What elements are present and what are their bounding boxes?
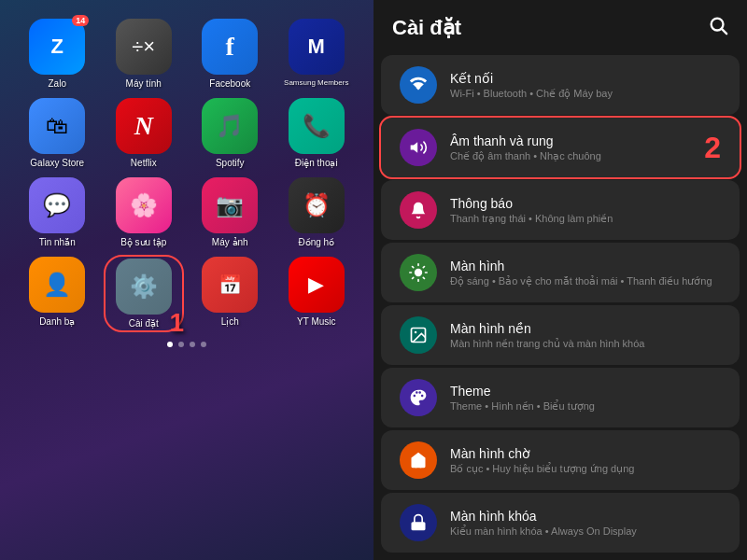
settings-item-connectivity[interactable]: Kết nối Wi-Fi • Bluetooth • Chế độ Máy b… xyxy=(381,55,740,115)
app-phone[interactable]: 📞 Điện thoại xyxy=(278,98,356,168)
notifications-subtitle: Thanh trạng thái • Không làm phiền xyxy=(450,213,721,225)
app-galaxy-store[interactable]: 🛍 Galaxy Store xyxy=(19,98,96,168)
samsung-members-icon: M xyxy=(289,19,345,75)
netflix-label: Netflix xyxy=(131,158,157,168)
sound-icon xyxy=(400,129,437,166)
notifications-text: Thông báo Thanh trạng thái • Không làm p… xyxy=(450,196,721,225)
settings-list: Kết nối Wi-Fi • Bluetooth • Chế độ Máy b… xyxy=(374,49,747,560)
netflix-icon: N xyxy=(116,98,172,154)
svg-point-12 xyxy=(415,331,417,334)
svg-rect-13 xyxy=(412,522,426,530)
zalo-label: Zalo xyxy=(49,78,66,89)
wallpaper-title: Màn hình nền xyxy=(450,321,721,336)
wallpaper-icon xyxy=(400,316,437,354)
sound-title: Âm thanh và rung xyxy=(450,133,684,148)
app-contacts[interactable]: 👤 Danh bạ xyxy=(19,257,96,330)
sound-text: Âm thanh và rung Chế độ âm thanh • Nhạc … xyxy=(450,133,684,162)
samsung-members-label: Samsung Members xyxy=(284,78,348,87)
app-settings[interactable]: ⚙️ Cài đặt 1 xyxy=(106,257,183,330)
camera-icon: 📷 xyxy=(202,177,258,233)
dot-3 xyxy=(190,342,195,347)
messages-icon: 💬 xyxy=(29,177,85,233)
dot-2 xyxy=(178,342,184,347)
settings-item-theme[interactable]: Theme Theme • Hình nền • Biểu tượng xyxy=(381,368,740,427)
app-clock[interactable]: ⏰ Đồng hồ xyxy=(278,177,356,247)
app-zalo[interactable]: Z 14 Zalo xyxy=(19,19,96,89)
lockscreen-icon xyxy=(400,504,437,541)
ytmusic-icon: ▶ xyxy=(289,257,345,313)
homescreen-icon xyxy=(400,441,437,479)
step1-number: 1 xyxy=(169,308,184,338)
app-camera[interactable]: 📷 Máy ảnh xyxy=(191,177,269,247)
ytmusic-label: YT Music xyxy=(297,316,336,327)
settings-item-homescreen[interactable]: Màn hình chờ Bố cục • Huy hiệu biểu tượn… xyxy=(381,430,740,490)
settings-item-wallpaper[interactable]: Màn hình nền Màn hình nền trang chủ và m… xyxy=(381,305,740,365)
svg-line-5 xyxy=(413,267,414,268)
zalo-icon: Z 14 xyxy=(29,19,85,75)
calculator-icon: ÷× xyxy=(116,19,172,75)
galaxy-store-icon: 🛍 xyxy=(29,98,85,154)
camera-label: Máy ảnh xyxy=(212,237,248,247)
svg-line-1 xyxy=(722,29,726,34)
step2-number: 2 xyxy=(704,131,721,165)
clock-label: Đồng hồ xyxy=(298,237,334,247)
svg-line-10 xyxy=(423,267,424,268)
theme-title: Theme xyxy=(450,384,721,399)
app-calculator[interactable]: ÷× Máy tính xyxy=(106,19,183,89)
theme-subtitle: Theme • Hình nền • Biểu tượng xyxy=(450,400,721,413)
connectivity-icon xyxy=(400,66,437,104)
app-calendar[interactable]: 📅 Lịch xyxy=(191,257,269,330)
galaxy-store-label: Galaxy Store xyxy=(30,158,84,168)
lockscreen-text: Màn hình khóa Kiểu màn hình khóa • Alway… xyxy=(450,509,721,538)
display-text: Màn hình Độ sáng • Bảo vệ cho mắt thoải … xyxy=(450,259,721,287)
dot-1 xyxy=(167,342,173,347)
svg-line-6 xyxy=(423,277,424,278)
svg-line-9 xyxy=(413,277,414,278)
page-dots xyxy=(167,342,206,347)
search-button[interactable] xyxy=(708,15,728,40)
spotify-label: Spotify xyxy=(216,158,245,168)
settings-item-sound[interactable]: Âm thanh và rung Chế độ âm thanh • Nhạc … xyxy=(381,118,740,177)
theme-text: Theme Theme • Hình nền • Biểu tượng xyxy=(450,384,721,413)
app-ytmusic[interactable]: ▶ YT Music xyxy=(278,257,356,330)
gallery-icon: 🌸 xyxy=(116,177,172,233)
settings-icon: ⚙️ xyxy=(116,259,172,315)
display-title: Màn hình xyxy=(450,259,721,273)
settings-item-display[interactable]: Màn hình Độ sáng • Bảo vệ cho mắt thoải … xyxy=(381,243,740,302)
settings-item-notifications[interactable]: Thông báo Thanh trạng thái • Không làm p… xyxy=(381,180,740,240)
homescreen-text: Màn hình chờ Bố cục • Huy hiệu biểu tượn… xyxy=(450,446,721,475)
facebook-icon: f xyxy=(202,19,258,75)
homescreen-subtitle: Bố cục • Huy hiệu biểu tượng ứng dụng xyxy=(450,463,721,475)
app-spotify[interactable]: 🎵 Spotify xyxy=(191,98,269,168)
sound-subtitle: Chế độ âm thanh • Nhạc chuông xyxy=(450,150,684,162)
settings-title: Cài đặt xyxy=(392,16,461,40)
settings-panel: Cài đặt Kết nối Wi-Fi • Bluetooth • Chế … xyxy=(374,0,747,560)
messages-label: Tin nhắn xyxy=(39,237,76,247)
settings-item-lockscreen[interactable]: Màn hình khóa Kiểu màn hình khóa • Alway… xyxy=(381,493,740,553)
dot-4 xyxy=(201,342,206,347)
app-gallery[interactable]: 🌸 Bộ sưu tập xyxy=(106,177,183,247)
display-icon xyxy=(400,254,437,291)
connectivity-title: Kết nối xyxy=(450,71,721,86)
facebook-label: Facebook xyxy=(209,78,250,89)
lockscreen-subtitle: Kiểu màn hình khóa • Always On Display xyxy=(450,525,721,538)
notifications-icon xyxy=(400,191,437,229)
zalo-badge: 14 xyxy=(72,15,89,26)
app-messages[interactable]: 💬 Tin nhắn xyxy=(19,177,96,247)
display-subtitle: Độ sáng • Bảo vệ cho mắt thoải mái • Tha… xyxy=(450,275,721,287)
app-facebook[interactable]: f Facebook xyxy=(191,19,269,89)
phone-icon: 📞 xyxy=(289,98,345,154)
spotify-icon: 🎵 xyxy=(202,98,258,154)
connectivity-subtitle: Wi-Fi • Bluetooth • Chế độ Máy bay xyxy=(450,88,721,100)
lockscreen-title: Màn hình khóa xyxy=(450,509,721,524)
gallery-label: Bộ sưu tập xyxy=(120,237,166,247)
app-netflix[interactable]: N Netflix xyxy=(106,98,183,168)
app-grid: Z 14 Zalo ÷× Máy tính f Facebook M Samsu… xyxy=(9,19,364,330)
contacts-icon: 👤 xyxy=(29,257,85,313)
calendar-icon: 📅 xyxy=(202,257,258,313)
wallpaper-text: Màn hình nền Màn hình nền trang chủ và m… xyxy=(450,321,721,350)
contacts-label: Danh bạ xyxy=(39,316,75,327)
calendar-label: Lịch xyxy=(221,316,239,327)
home-screen: Z 14 Zalo ÷× Máy tính f Facebook M Samsu… xyxy=(0,0,374,560)
app-samsung-members[interactable]: M Samsung Members xyxy=(278,19,356,89)
